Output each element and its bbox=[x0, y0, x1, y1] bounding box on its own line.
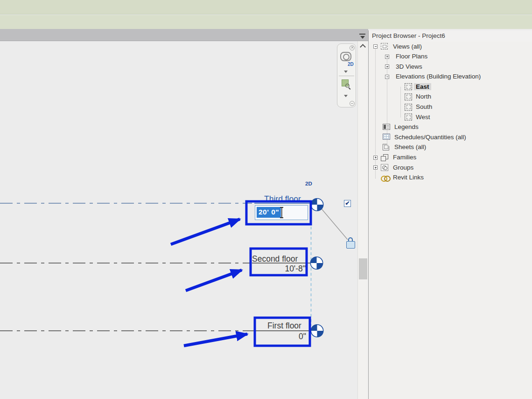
navigation-bar: 2D bbox=[337, 43, 356, 107]
annotation-arrow-third-floor bbox=[171, 219, 240, 244]
tree-item-label: South bbox=[416, 103, 432, 110]
tree-item[interactable]: 3D Views bbox=[369, 62, 532, 72]
tree-item[interactable]: Families bbox=[369, 153, 532, 163]
elevation-view-icon bbox=[405, 104, 412, 111]
navbar-divider bbox=[339, 76, 354, 76]
collapse-icon[interactable] bbox=[373, 44, 378, 49]
steering-wheel-2d-label: 2D bbox=[348, 62, 354, 67]
expand-icon[interactable] bbox=[373, 165, 378, 170]
collapse-icon[interactable] bbox=[385, 75, 389, 79]
tree-item[interactable]: Elevations (Building Elevation) bbox=[369, 72, 532, 82]
revit-window: Third floor 20' 0" Second floor 10'-8" F… bbox=[0, 0, 532, 399]
tree-item-label: Families bbox=[393, 154, 416, 161]
families-icon bbox=[381, 154, 388, 161]
tree-item[interactable]: West bbox=[369, 112, 532, 122]
tree-item-label: Revit Links bbox=[393, 174, 424, 181]
annotation-arrow-first-floor bbox=[184, 334, 247, 346]
tree-item-label: 3D Views bbox=[396, 63, 422, 70]
elevation-view-icon bbox=[405, 114, 412, 121]
tree-item-label: Floor Plans bbox=[396, 53, 427, 60]
level-head-third-floor[interactable] bbox=[311, 199, 323, 211]
tree-item-label: Groups bbox=[393, 164, 413, 171]
elevation-view-icon bbox=[405, 83, 412, 90]
tree-item-label: Schedules/Quantities (all) bbox=[394, 134, 466, 141]
groups-icon bbox=[381, 164, 388, 171]
tree-item-label: East bbox=[414, 83, 431, 90]
steering-wheel-2d-icon[interactable] bbox=[340, 52, 351, 61]
tree-item-label: West bbox=[416, 114, 430, 121]
project-browser-title[interactable]: Project Browser - Project6 bbox=[369, 30, 532, 42]
elevation-view-icon bbox=[405, 93, 412, 100]
tree-item-label: Elevations (Building Elevation) bbox=[396, 73, 481, 80]
canvas-vertical-scrollbar[interactable] bbox=[357, 41, 368, 399]
magnifier-icon bbox=[345, 84, 350, 88]
tree-item[interactable]: North bbox=[369, 92, 532, 102]
level-head-first-floor[interactable] bbox=[311, 325, 323, 337]
tree-item[interactable]: Sheets (all) bbox=[369, 142, 532, 153]
sheets-icon bbox=[383, 144, 389, 150]
legends-icon bbox=[383, 124, 390, 130]
annotation-box-third-floor bbox=[246, 201, 311, 224]
project-browser-tree: Views (all)Floor Plans3D ViewsElevations… bbox=[369, 42, 532, 399]
tree-item-label: North bbox=[416, 93, 431, 100]
navbar-close-icon[interactable] bbox=[350, 45, 355, 50]
tree-item[interactable]: South bbox=[369, 102, 532, 113]
tree-item[interactable]: Groups bbox=[369, 163, 532, 173]
level-head-second-floor[interactable] bbox=[310, 257, 322, 269]
wheel-dropdown-icon[interactable] bbox=[344, 71, 348, 73]
scrollbar-thumb[interactable] bbox=[359, 258, 367, 279]
tree-item[interactable]: Revit Links bbox=[369, 173, 532, 183]
tree-item-label: Sheets (all) bbox=[394, 143, 426, 150]
tree-item-label: Views (all) bbox=[393, 43, 422, 50]
tree-item[interactable]: East bbox=[369, 82, 532, 92]
scroll-up-icon[interactable] bbox=[360, 44, 366, 50]
tree-item[interactable]: Floor Plans bbox=[369, 52, 532, 62]
schedules-icon bbox=[383, 134, 390, 140]
expand-icon[interactable] bbox=[385, 55, 389, 59]
views-icon bbox=[381, 43, 388, 50]
navbar-minimize-icon[interactable] bbox=[350, 101, 355, 106]
tree-item-label: Legends bbox=[394, 123, 419, 130]
annotation-box-second-floor bbox=[251, 249, 307, 275]
tree-item[interactable]: Schedules/Quantities (all) bbox=[369, 132, 532, 142]
tree-item[interactable]: Legends bbox=[369, 122, 532, 133]
expand-icon[interactable] bbox=[373, 156, 378, 160]
zoom-dropdown-icon[interactable] bbox=[344, 95, 348, 97]
tree-item[interactable]: Views (all) bbox=[369, 42, 532, 52]
annotation-box-first-floor bbox=[255, 318, 310, 346]
annotation-arrow-second-floor bbox=[186, 270, 242, 291]
project-browser-panel: Project Browser - Project6 Views (all)Fl… bbox=[368, 30, 532, 399]
lock-leader-line bbox=[322, 209, 348, 240]
expand-icon[interactable] bbox=[385, 64, 389, 69]
revit-links-icon bbox=[381, 176, 389, 181]
